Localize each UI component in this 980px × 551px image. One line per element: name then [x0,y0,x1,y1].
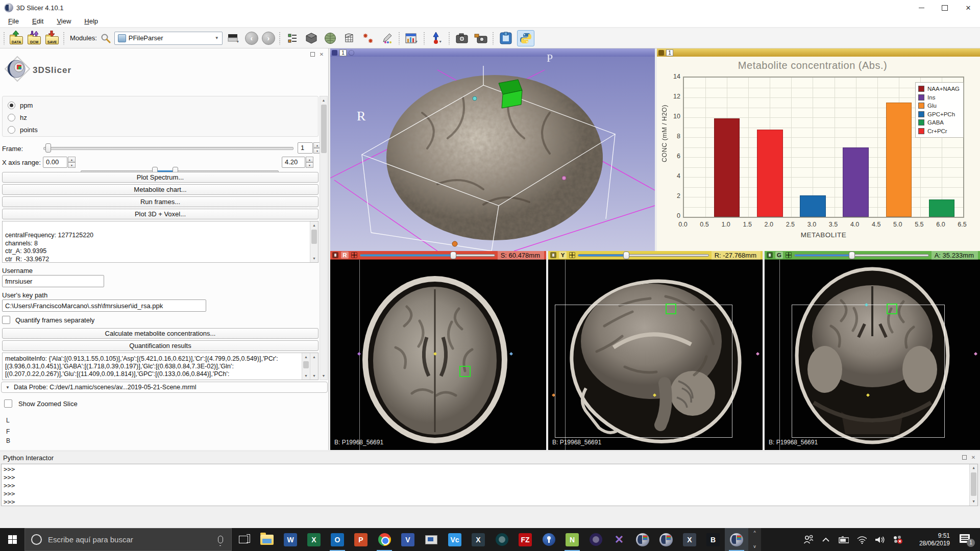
taskbar-app-remote-transfer[interactable] [420,528,443,551]
slice-image-coronal[interactable]: B: P19968_56691 [765,260,980,450]
maximize-button[interactable] [933,0,957,15]
pin-icon[interactable] [332,252,338,258]
taskbar-app-outlook[interactable]: O [326,528,349,551]
python-console[interactable]: >>>>>>>>>>>>>>> ▲▼ [1,464,978,506]
taskbar-overflow[interactable]: ^ v [748,528,761,551]
wifi-icon[interactable] [856,535,867,545]
run-frames-button[interactable]: Run frames... [2,196,318,207]
xaxis-min-spin-arrows[interactable]: ▲▼ [68,157,76,168]
taskbar-app-ssh-lock[interactable] [537,528,560,551]
toolbar-grip[interactable] [3,32,6,45]
task-view-button[interactable] [232,528,255,551]
taskbar-app-eclipse[interactable] [584,528,607,551]
slice-yellow-slider[interactable] [578,252,709,259]
metabolite-box-scrollbar[interactable]: ▲▼ [302,353,310,380]
pin-icon[interactable] [332,50,337,56]
slice-view-yellow-sagittal[interactable]: B: P19968_56691 Y R: -27.768mm [548,251,763,450]
load-data-button[interactable]: DATA [9,32,23,45]
xaxis-min-spinbox[interactable]: 0.00 ▲▼ [43,157,76,168]
metabolite-info-box[interactable]: metaboliteInfo: {'Ala':[(0.913,1.55,0.10… [2,353,318,380]
radio-hz-circle[interactable] [8,114,15,121]
sync-error-icon[interactable] [892,535,902,545]
toolbar-grip[interactable] [448,32,451,45]
scene-views-button[interactable] [473,30,488,46]
slice-yellow-slider-handle[interactable] [623,252,629,259]
voxel-roi-box[interactable] [459,366,471,377]
calculate-concentrations-button[interactable]: Calculate metabolite concentrations... [2,328,318,339]
taskbar-app-filezilla[interactable]: FZ [513,528,537,551]
panel-close-button[interactable]: ✕ [318,51,325,58]
fiducial-pink-dot[interactable] [562,176,566,180]
toolbar-grip[interactable] [492,32,495,45]
menu-edit[interactable]: Edit [32,17,43,25]
view-3d-controller-bar[interactable]: 1 [330,48,655,57]
taskbar-app-visio[interactable]: V [396,528,420,551]
fiducials-button[interactable] [360,30,376,46]
chart-layout-button[interactable]: ▼ [404,30,420,46]
microphone-icon[interactable] [218,536,223,543]
keypath-input[interactable] [2,299,206,312]
show-zoomed-checkbox[interactable] [4,399,12,408]
fiducial-orange-dot[interactable] [452,241,457,246]
xaxis-max-value[interactable]: 4.20 [282,157,305,168]
plot-spectrum-button[interactable]: Plot Spectrum... [2,172,318,183]
slice-red-label[interactable]: R [341,252,349,259]
username-input[interactable] [2,275,104,287]
radio-ppm[interactable]: ppm [8,101,33,110]
taskbar-search-box[interactable]: Escribe aquí para buscar [24,528,232,551]
annotations-button[interactable] [379,30,395,46]
radio-points[interactable]: points [8,125,38,134]
screenshot-button[interactable] [454,30,470,46]
module-selector-combo[interactable]: PFileParser ▼ [114,32,223,45]
extensions-manager-button[interactable] [498,30,513,46]
menu-help[interactable]: Help [84,17,98,25]
slice-yellow-controller-bar[interactable]: Y R: -27.768mm [548,251,763,260]
pin-icon[interactable] [767,252,773,258]
action-center-button[interactable]: 1 [960,534,975,546]
frame-value[interactable]: 1 [298,142,313,154]
metabolite-chart-button[interactable]: Metabolite chart... [2,184,318,195]
taskbar-app-slicer-window-1[interactable] [631,528,654,551]
chevron-up-icon[interactable]: ^ [753,530,755,535]
module-panel-scrollbar[interactable]: ▲▼ [320,96,328,380]
crosshair-icon[interactable] [569,252,575,258]
pin-icon[interactable] [658,50,664,56]
menu-view[interactable]: View [57,17,71,25]
back-button[interactable]: ‹ [245,32,258,45]
hidden-icons-chevron[interactable] [821,535,831,545]
slice-red-controller-bar[interactable]: R S: 60.478mm [330,251,546,260]
info-box-scrollbar[interactable]: ▲▼ [310,221,318,262]
slice-green-slider[interactable] [794,252,929,259]
start-button[interactable] [0,528,24,551]
slice-view-green-coronal[interactable]: B: P19968_56691 G A: 35.233mm [765,251,980,450]
plot-3d-voxel-button[interactable]: Plot 3D + Voxel... [2,209,318,219]
toolbar-grip[interactable] [279,32,281,45]
data-probe-header[interactable]: ▼ Data Probe: C:/dev/1.namic/scenes/av..… [1,382,328,393]
xaxis-max-spin-arrows[interactable]: ▲▼ [306,157,313,168]
volume-module-button[interactable] [304,30,319,46]
toolbar-grip[interactable] [63,32,65,45]
chart-controller-bar[interactable]: 1 [657,48,980,57]
view-3d[interactable]: 1 R P [330,48,655,251]
toolbar-grip[interactable] [398,32,401,45]
taskbar-app-chrome[interactable] [373,528,396,551]
volume-rendering-button[interactable] [323,30,338,46]
taskbar-app-word[interactable]: W [279,528,302,551]
slice-red-slider-handle[interactable] [450,252,456,259]
people-icon[interactable] [803,535,813,545]
crosshair-icon[interactable] [351,252,357,258]
taskbar-app-insomnia[interactable] [490,528,513,551]
python-console-scrollbar[interactable]: ▲▼ [969,464,977,506]
show-zoomed-row[interactable]: Show Zoomed Slice [4,399,78,408]
toolbar-grip[interactable] [423,32,426,45]
taskbar-clock[interactable]: 9:51 28/06/2019 [910,532,950,547]
frame-slider-handle[interactable] [45,143,51,153]
module-search-icon[interactable] [101,33,111,43]
taskbar-app-excel[interactable]: X [302,528,326,551]
module-history-button[interactable] [285,30,300,46]
python-console-button[interactable] [517,30,534,46]
frame-slider[interactable] [43,143,293,153]
slice-green-controller-bar[interactable]: G A: 35.233mm [765,251,980,260]
slice-view-red-axial[interactable]: B: P19968_56691 R S: 60.478mm [330,251,546,450]
xaxis-max-spinbox[interactable]: 4.20 ▲▼ [282,157,313,168]
